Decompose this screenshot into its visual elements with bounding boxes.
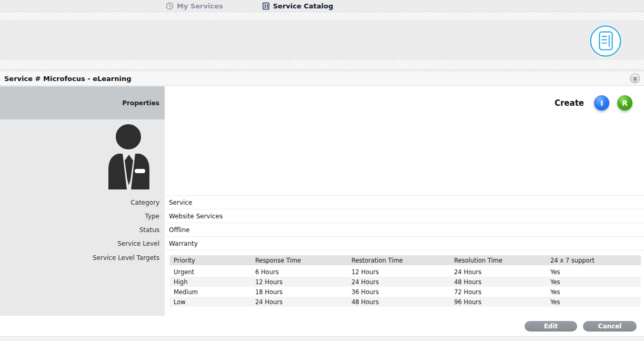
- service-level-targets-row: Service Level Targets Priority Response …: [0, 250, 644, 316]
- field-value: Offline: [165, 223, 644, 236]
- service-avatar-cell: [0, 119, 165, 195]
- field-value: Website Services: [165, 209, 644, 223]
- field-value: Service: [165, 196, 644, 209]
- create-actions: Create I R: [165, 86, 644, 119]
- service-catalog-page: My Services Service Catalog Service # Mi…: [0, 0, 644, 341]
- tab-service-catalog[interactable]: Service Catalog: [262, 2, 334, 10]
- service-catalog-circle-icon[interactable]: [589, 25, 622, 57]
- field-value: Warranty: [165, 237, 644, 250]
- targets-table-wrap: Priority Response Time Restoration Time …: [165, 250, 644, 316]
- field-row-category: Category Service: [0, 195, 644, 209]
- page-title: Service # Microfocus - eLearning: [4, 75, 132, 83]
- col-restoration-time: Restoration Time: [347, 255, 450, 267]
- footer-strip: [0, 337, 644, 341]
- cancel-button[interactable]: Cancel: [583, 321, 637, 332]
- field-row-service-level: Service Level Warranty: [0, 236, 644, 250]
- col-24x7-support: 24 x 7 support: [546, 255, 641, 267]
- service-portrait-row: [0, 119, 644, 195]
- clock-icon: [166, 2, 174, 10]
- targets-label: Service Level Targets: [0, 250, 165, 316]
- service-title-bar: Service # Microfocus - eLearning: [0, 72, 644, 86]
- table-row: High 12 Hours 24 Hours 48 Hours Yes: [169, 277, 641, 287]
- service-details-panel: Properties Create I R: [0, 86, 644, 316]
- field-label: Service Level: [0, 237, 165, 250]
- header-band: [0, 20, 644, 60]
- properties-header-row: Properties Create I R: [0, 86, 644, 119]
- col-resolution-time: Resolution Time: [450, 255, 546, 267]
- create-label: Create: [555, 98, 584, 108]
- catalog-icon: [262, 2, 270, 10]
- double-chevron-down-icon: [631, 75, 639, 82]
- field-label: Status: [0, 223, 165, 236]
- field-label: Category: [0, 196, 165, 209]
- action-button-bar: Edit Cancel: [0, 316, 644, 337]
- col-response-time: Response Time: [251, 255, 347, 267]
- collapse-button[interactable]: [630, 74, 640, 83]
- hatch-divider-bottom: [0, 60, 644, 69]
- table-header-row: Priority Response Time Restoration Time …: [169, 255, 641, 267]
- field-row-type: Type Website Services: [0, 209, 644, 223]
- table-row: Urgent 6 Hours 12 Hours 24 Hours Yes: [169, 267, 641, 277]
- table-row: Medium 18 Hours 36 Hours 72 Hours Yes: [169, 287, 641, 297]
- field-row-status: Status Offline: [0, 223, 644, 236]
- tab-label: My Services: [177, 2, 223, 10]
- edit-button[interactable]: Edit: [525, 321, 577, 332]
- create-incident-button[interactable]: I: [594, 95, 609, 111]
- tab-my-services[interactable]: My Services: [166, 2, 223, 10]
- properties-section-label: Properties: [0, 86, 165, 119]
- tab-label: Service Catalog: [273, 2, 334, 10]
- hatch-divider-top: [0, 12, 644, 20]
- create-request-button[interactable]: R: [617, 95, 632, 111]
- top-tab-bar: My Services Service Catalog: [0, 0, 644, 12]
- businessman-avatar-icon: [103, 123, 155, 192]
- table-row: Low 24 Hours 48 Hours 96 Hours Yes: [169, 297, 641, 307]
- col-priority: Priority: [169, 255, 251, 267]
- service-level-targets-table: Priority Response Time Restoration Time …: [169, 255, 641, 307]
- field-label: Type: [0, 209, 165, 223]
- portrait-row-spacer: [165, 119, 644, 195]
